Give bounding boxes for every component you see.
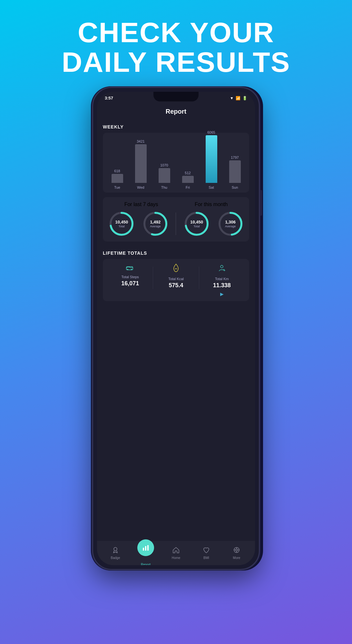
nav-item-report[interactable]: Report bbox=[131, 539, 161, 565]
lifetime-icon-0 bbox=[126, 263, 135, 272]
bar-item-fri: 512Fri bbox=[177, 171, 199, 189]
wifi-icon: 📶 bbox=[236, 96, 240, 100]
bar-chart: 618Tue3421Wed1070Thu512Fri6065Sat1797Sun bbox=[103, 133, 249, 193]
bar-day: Fri bbox=[186, 185, 190, 189]
nav-item-home[interactable]: Home bbox=[161, 546, 191, 560]
bar-item-sun: 1797Sun bbox=[224, 156, 246, 189]
nav-label-badge: Badge bbox=[111, 556, 120, 560]
svg-point-12 bbox=[114, 547, 117, 551]
phone-device: 3:57 ▼ 📶 🔋 Report WEEKLY bbox=[92, 87, 260, 570]
bar-day: Sun bbox=[232, 185, 238, 189]
lifetime-value-2: 11.338 bbox=[213, 282, 231, 289]
phone-screen: 3:57 ▼ 📶 🔋 Report WEEKLY bbox=[97, 92, 255, 565]
lifetime-label-2: Total Km bbox=[215, 277, 229, 281]
nav-label-bmi: BMI bbox=[203, 556, 209, 560]
bar-day: Thu bbox=[161, 185, 167, 189]
bar-value: 512 bbox=[185, 171, 191, 175]
bar-rect bbox=[182, 176, 194, 183]
svg-point-10 bbox=[131, 269, 132, 270]
screen-content: Report WEEKLY 618Tue3421Wed1070Thu512Fri… bbox=[97, 105, 255, 565]
circle-inner: 10,450Total bbox=[115, 220, 128, 228]
circle-stat-2: 10,450Total bbox=[183, 211, 210, 237]
bar-value: 618 bbox=[114, 169, 120, 173]
lifetime-icon-1 bbox=[172, 263, 180, 274]
bar-item-tue: 618Tue bbox=[106, 169, 128, 189]
last7-label: For last 7 days bbox=[124, 202, 158, 207]
circle-inner: 1,492Average bbox=[150, 220, 161, 228]
weekly-section-label: WEEKLY bbox=[103, 120, 249, 133]
lifetime-value-1: 575.4 bbox=[169, 282, 183, 289]
lifetime-arrow: ▶ bbox=[220, 291, 224, 297]
lifetime-row: Total Steps16,071Total Kcal575.4Total Km… bbox=[107, 263, 245, 297]
svg-point-9 bbox=[127, 269, 128, 270]
stats-section: For last 7 days For this month 10,450Tot… bbox=[103, 197, 249, 242]
lifetime-section: Total Steps16,071Total Kcal575.4Total Km… bbox=[103, 259, 249, 301]
bar-rect bbox=[135, 144, 147, 183]
circle-stat-1: 1,492Average bbox=[142, 211, 169, 237]
bar-value: 1070 bbox=[160, 163, 168, 167]
hero-line2: DAILY RESULTS bbox=[62, 47, 290, 77]
circle-sublabel: Average bbox=[150, 225, 161, 228]
circle-value: 10,450 bbox=[115, 220, 128, 225]
lifetime-icon-2 bbox=[217, 263, 226, 274]
circle-value: 1,306 bbox=[225, 220, 236, 225]
nav-label-home: Home bbox=[172, 556, 181, 560]
svg-rect-13 bbox=[143, 548, 144, 551]
svg-rect-15 bbox=[147, 545, 149, 551]
circle-inner: 1,306Average bbox=[225, 220, 236, 228]
lifetime-item-2: Total Km11.338▶ bbox=[199, 263, 245, 297]
nav-icon-more bbox=[233, 546, 240, 555]
bar-rect bbox=[112, 174, 123, 183]
lifetime-section-label: LIFETIME TOTALS bbox=[103, 246, 249, 259]
lifetime-item-1: Total Kcal575.4 bbox=[153, 263, 199, 289]
hero-line1: CHECK YOUR bbox=[62, 18, 290, 47]
phone-notch bbox=[153, 92, 199, 101]
circle-value: 1,492 bbox=[150, 220, 161, 225]
lifetime-label-0: Total Steps bbox=[121, 275, 139, 279]
app-title: Report bbox=[97, 108, 255, 115]
nav-label-more: More bbox=[233, 556, 240, 560]
scroll-content[interactable]: WEEKLY 618Tue3421Wed1070Thu512Fri6065Sat… bbox=[97, 120, 255, 541]
lifetime-value-0: 16,071 bbox=[121, 280, 139, 287]
circle-value: 10,450 bbox=[190, 220, 203, 225]
nav-icon-badge bbox=[112, 546, 119, 555]
nav-icon-bmi bbox=[203, 546, 210, 555]
hero-text: CHECK YOUR DAILY RESULTS bbox=[62, 0, 290, 87]
nav-item-more[interactable]: More bbox=[221, 546, 252, 560]
bar-value: 1797 bbox=[231, 156, 239, 159]
bar-rect bbox=[206, 135, 217, 183]
circle-sublabel: Total bbox=[119, 225, 125, 228]
svg-point-11 bbox=[220, 265, 223, 268]
bar-day: Tue bbox=[114, 185, 120, 189]
circle-stat-3: 1,306Average bbox=[217, 211, 244, 237]
circle-sublabel: Average bbox=[225, 225, 236, 228]
status-time: 3:57 bbox=[105, 96, 113, 100]
bar-value: 3421 bbox=[137, 139, 144, 143]
bar-day: Sat bbox=[209, 185, 214, 189]
lifetime-label-1: Total Kcal bbox=[168, 277, 184, 281]
bar-item-wed: 3421Wed bbox=[130, 139, 152, 189]
nav-item-bmi[interactable]: BMI bbox=[191, 546, 221, 560]
bar-value: 6065 bbox=[207, 130, 215, 134]
stats-labels: For last 7 days For this month bbox=[106, 202, 246, 207]
circle-divider bbox=[176, 213, 176, 235]
circle-sublabel: Total bbox=[194, 225, 200, 228]
svg-rect-14 bbox=[145, 546, 146, 551]
bar-rect bbox=[159, 168, 170, 183]
nav-icon-home bbox=[172, 546, 180, 555]
circles-row: 10,450Total1,492Average10,450Total1,306A… bbox=[106, 211, 246, 237]
battery-icon: 🔋 bbox=[242, 96, 247, 100]
bar-day: Wed bbox=[137, 185, 144, 189]
thismonth-label: For this month bbox=[195, 202, 228, 207]
lifetime-item-0: Total Steps16,071 bbox=[107, 263, 153, 287]
circle-stat-0: 10,450Total bbox=[108, 211, 135, 237]
nav-report-circle[interactable] bbox=[137, 539, 154, 556]
bar-item-sat: 6065Sat bbox=[200, 130, 222, 189]
bar-item-thu: 1070Thu bbox=[153, 163, 175, 189]
svg-point-17 bbox=[236, 549, 238, 551]
nav-item-badge[interactable]: Badge bbox=[100, 546, 131, 560]
status-icons: ▼ 📶 🔋 bbox=[230, 96, 247, 100]
signal-icon: ▼ bbox=[230, 96, 234, 100]
nav-label-report: Report bbox=[141, 563, 151, 565]
circle-inner: 10,450Total bbox=[190, 220, 203, 228]
